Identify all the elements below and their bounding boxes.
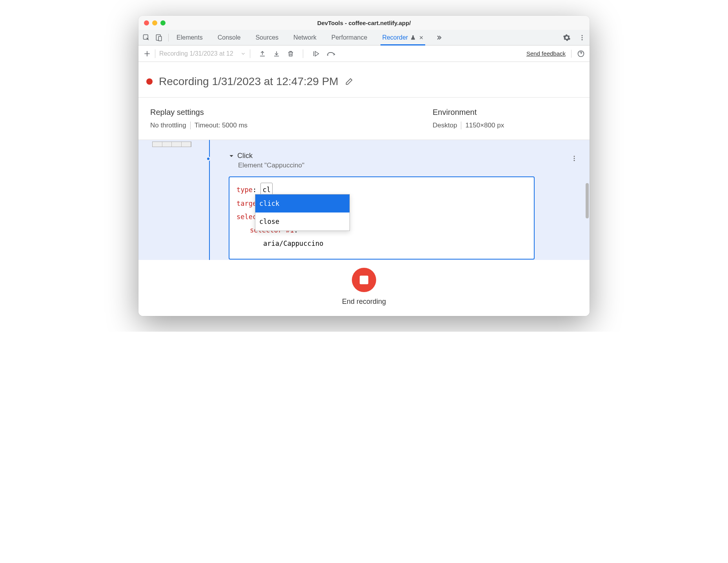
step-label: Click <box>237 152 253 160</box>
chevron-down-icon <box>240 51 246 56</box>
footer: End recording <box>138 260 590 316</box>
replay-settings-group: Replay settings No throttling Timeout: 5… <box>150 108 295 129</box>
svg-point-10 <box>574 160 575 161</box>
maximize-window-button[interactable] <box>160 20 166 25</box>
end-recording-button[interactable] <box>352 268 376 292</box>
titlebar: DevTools - coffee-cart.netlify.app/ <box>138 16 590 30</box>
devtools-window: DevTools - coffee-cart.netlify.app/ Elem… <box>138 16 590 316</box>
step-editor[interactable]: type: cl target select selector #1: aria… <box>229 176 535 260</box>
end-recording-label: End recording <box>342 298 386 306</box>
send-feedback-link[interactable]: Send feedback <box>526 50 566 57</box>
tab-performance[interactable]: Performance <box>331 30 368 45</box>
export-icon[interactable] <box>259 50 266 57</box>
svg-point-8 <box>574 156 575 157</box>
edit-title-icon[interactable] <box>345 77 353 86</box>
tab-elements[interactable]: Elements <box>177 30 203 45</box>
tab-recorder[interactable]: Recorder <box>382 30 424 45</box>
tab-sources[interactable]: Sources <box>255 30 278 45</box>
step-item: Click Element "Cappuccino" type: cl targ… <box>229 140 590 260</box>
recording-selector[interactable]: Recording 1/31/2023 at 12 <box>159 50 246 57</box>
recording-title-row: Recording 1/31/2023 at 12:47:29 PM <box>138 62 590 98</box>
collapse-icon <box>229 153 234 159</box>
minimize-window-button[interactable] <box>152 20 157 25</box>
svg-point-6 <box>327 54 328 55</box>
replay-icon[interactable] <box>312 50 320 57</box>
svg-point-3 <box>582 35 583 36</box>
window-title: DevTools - coffee-cart.netlify.app/ <box>138 20 590 26</box>
close-tab-icon[interactable] <box>419 35 424 40</box>
type-key: type <box>237 186 253 194</box>
svg-point-9 <box>574 158 575 159</box>
timeout-value[interactable]: Timeout: 5000 ms <box>195 122 248 129</box>
close-window-button[interactable] <box>144 20 149 25</box>
more-tabs-icon[interactable] <box>435 34 442 41</box>
tab-network[interactable]: Network <box>293 30 317 45</box>
traffic-lights <box>144 20 166 25</box>
dropdown-option-close[interactable]: close <box>255 212 349 231</box>
scrollbar[interactable] <box>586 183 589 218</box>
panel-tabs: Elements Console Sources Network Perform… <box>177 30 442 45</box>
screenshot-thumbnails[interactable] <box>152 142 191 147</box>
step-kebab-icon[interactable] <box>571 155 578 162</box>
dropdown-option-click[interactable]: click <box>255 194 349 212</box>
steps-area: Click Element "Cappuccino" type: cl targ… <box>138 140 590 260</box>
delete-icon[interactable] <box>287 50 294 57</box>
step-icon[interactable] <box>327 50 335 57</box>
new-recording-button[interactable] <box>143 50 151 58</box>
settings-row: Replay settings No throttling Timeout: 5… <box>138 98 590 140</box>
replay-settings-heading: Replay settings <box>150 108 295 117</box>
stop-icon <box>360 276 368 284</box>
svg-rect-2 <box>158 36 162 41</box>
environment-heading: Environment <box>433 108 578 117</box>
selector2-label: selector #2 <box>250 253 294 253</box>
autocomplete-dropdown: click close <box>255 194 350 231</box>
throttling-value[interactable]: No throttling <box>150 122 186 129</box>
step-subtitle: Element "Cappuccino" <box>238 162 590 169</box>
kebab-menu-icon[interactable] <box>579 34 586 41</box>
recorder-toolbar: Recording 1/31/2023 at 12 <box>138 45 590 62</box>
timeline-current-dot <box>206 156 211 161</box>
settings-gear-icon[interactable] <box>563 34 571 42</box>
device-toolbar-icon[interactable] <box>155 34 163 42</box>
import-icon[interactable] <box>273 50 280 57</box>
environment-group: Environment Desktop 1150×800 px <box>433 108 578 129</box>
recording-title: Recording 1/31/2023 at 12:47:29 PM <box>159 75 339 88</box>
inspect-element-icon[interactable] <box>142 34 150 42</box>
help-icon[interactable] <box>571 50 585 58</box>
svg-point-4 <box>582 37 583 38</box>
svg-point-5 <box>582 39 583 40</box>
flask-icon <box>410 35 416 40</box>
selector1-value[interactable]: aria/Cappuccino <box>263 237 527 250</box>
recording-indicator-icon <box>146 78 153 85</box>
viewport-value[interactable]: 1150×800 px <box>465 122 504 129</box>
recording-selector-label: Recording 1/31/2023 at 12 <box>159 50 233 57</box>
step-header[interactable]: Click <box>229 152 590 160</box>
timeline-line <box>209 140 210 260</box>
device-value[interactable]: Desktop <box>433 122 457 129</box>
tab-console[interactable]: Console <box>218 30 241 45</box>
panel-tabs-bar: Elements Console Sources Network Perform… <box>138 30 590 45</box>
